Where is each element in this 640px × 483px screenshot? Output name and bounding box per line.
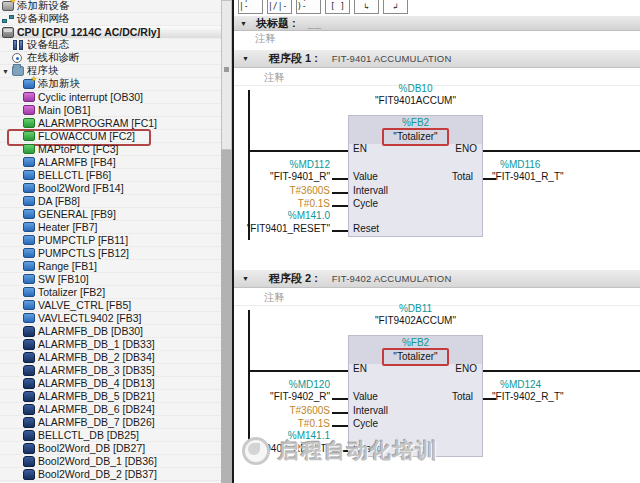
operand-address[interactable]: %MD124 xyxy=(500,379,541,391)
indent xyxy=(0,97,23,98)
tree-item[interactable]: BELLCTL [FB6] xyxy=(0,169,221,182)
close-branch-button[interactable]: ↲ xyxy=(383,0,408,14)
tree-item[interactable]: GENERAL [FB9] xyxy=(0,208,221,221)
tree-item[interactable]: BELLCTL_DB [DB25] xyxy=(0,429,221,442)
eno-pin-label: ENO xyxy=(348,363,477,375)
tree-item[interactable]: ALARMFB_DB_7 [DB26] xyxy=(0,416,221,429)
operand-address[interactable]: %MD116 xyxy=(500,159,540,171)
instance-db-address[interactable]: %DB11 xyxy=(348,303,483,315)
chevron-down-icon[interactable]: ▼ xyxy=(240,20,247,27)
scrollbar-thumb[interactable] xyxy=(221,0,232,150)
operand-constant[interactable]: T#0.1S xyxy=(234,198,330,210)
instance-db-name[interactable]: "FIT9402ACCUM" xyxy=(348,315,483,327)
chevron-down-icon[interactable]: ▼ xyxy=(2,65,12,78)
tree-item[interactable]: 设备和网络 xyxy=(0,13,221,26)
indent xyxy=(0,357,23,358)
tree-item-label: BELLCTL [FB6] xyxy=(38,169,111,181)
network-comment[interactable]: 注释 xyxy=(264,71,285,85)
operand-constant[interactable]: T#0.1S xyxy=(234,418,330,430)
indent xyxy=(0,292,23,293)
tree-item[interactable]: Bool2Word_DB [DB27] xyxy=(0,442,221,455)
indent xyxy=(0,435,23,436)
network-icon xyxy=(2,14,14,24)
tree-item[interactable]: Bool2Word_DB_1 [DB36] xyxy=(0,455,221,468)
pin-label: Reset xyxy=(353,223,379,235)
tree-item[interactable]: ALARMFB_DB_1 [DB33] xyxy=(0,338,221,351)
network-title[interactable]: FIT-9401 ACCUMULATION xyxy=(332,53,452,64)
tree-item-label: ALARMFB_DB_5 [DB21] xyxy=(38,390,155,402)
tree-item[interactable]: SW [FB10] xyxy=(0,273,221,286)
indent xyxy=(0,370,23,371)
operand-constant[interactable]: T#3600S xyxy=(234,405,330,417)
tree-item[interactable]: ALARMFB_DB_6 [DB24] xyxy=(0,403,221,416)
block-title-bar[interactable]: ▼ 块标题 : __ xyxy=(234,16,640,31)
add-block-icon xyxy=(23,79,35,89)
indent xyxy=(0,188,23,189)
no-contact-button[interactable]: -| |- xyxy=(238,0,263,14)
tree-item-label: PUMPCTLS [FB12] xyxy=(38,247,129,259)
operand-symbol[interactable]: "FIT-9402_R_T" xyxy=(492,391,564,403)
network-header[interactable]: ▼ 程序段 2 : FIT-9402 ACCUMULATION xyxy=(234,270,640,288)
tree-item[interactable]: FLOWACCUM [FC2] xyxy=(0,130,221,143)
instance-db-address[interactable]: %DB10 xyxy=(348,83,483,95)
open-branch-button[interactable]: ↳ xyxy=(354,0,379,14)
operand-address[interactable]: %MD112 xyxy=(234,159,330,171)
tree-item[interactable]: Main [OB1] xyxy=(0,104,221,117)
project-tree-scrollbar[interactable] xyxy=(221,0,232,483)
tree-item-label: Bool2Word [FB14] xyxy=(38,182,124,194)
tree-item[interactable]: ALARMFB_DB_3 [DB35] xyxy=(0,364,221,377)
tree-item[interactable]: ALARMFB_DB_4 [DB13] xyxy=(0,377,221,390)
db-icon xyxy=(23,456,35,467)
en-wire xyxy=(248,370,348,372)
tree-item-label: Totalizer [FB2] xyxy=(38,286,105,298)
config-icon xyxy=(12,40,24,50)
tree-item[interactable]: ALARMFB [FB4] xyxy=(0,156,221,169)
chevron-down-icon[interactable]: ▼ xyxy=(242,55,249,62)
tree-item[interactable]: DA [FB8] xyxy=(0,195,221,208)
tree-item[interactable]: Range [FB1] xyxy=(0,260,221,273)
operand-address[interactable]: %MD120 xyxy=(234,379,330,391)
tree-item[interactable]: ALARMFB_DB [DB30] xyxy=(0,325,221,338)
coil-button[interactable]: -( )- xyxy=(296,0,321,14)
operand-constant[interactable]: T#3600S xyxy=(234,185,330,197)
block-comment[interactable]: 注释 xyxy=(255,32,276,46)
tree-item[interactable]: Totalizer [FB2] xyxy=(0,286,221,299)
chevron-down-icon[interactable]: ▼ xyxy=(242,275,249,282)
tree-item[interactable]: 添加新块 xyxy=(0,78,221,91)
tree-item[interactable]: ALARMFB_DB_2 [DB34] xyxy=(0,351,221,364)
operand-symbol[interactable]: "FIT-9401_R_T" xyxy=(492,171,564,183)
block-title-placeholder[interactable]: __ xyxy=(308,17,322,29)
ob-icon xyxy=(23,105,35,115)
tree-item[interactable]: MAPtoPLC [FC3] xyxy=(0,143,221,156)
tree-item[interactable]: VAVLECTL9402 [FB3] xyxy=(0,312,221,325)
empty-box-button[interactable]: [ ] xyxy=(325,0,350,14)
wire xyxy=(332,412,348,414)
operand-symbol[interactable]: "FIT-9402_R" xyxy=(234,391,330,403)
network-title[interactable]: FIT-9402 ACCUMULATION xyxy=(332,273,452,284)
operand-address[interactable]: %M141.0 xyxy=(234,210,330,222)
tree-item-label: PUMPCTLP [FB11] xyxy=(38,234,128,246)
tree-item[interactable]: ALARMPROGRAM [FC1] xyxy=(0,117,221,130)
tree-item[interactable]: Heater [FB7] xyxy=(0,221,221,234)
tree-item-label: Cyclic interrupt [OB30] xyxy=(38,91,143,103)
tree-item[interactable]: Bool2Word [FB14] xyxy=(0,182,221,195)
tree-item[interactable]: PUMPCTLP [FB11] xyxy=(0,234,221,247)
tree-item[interactable]: PUMPCTLS [FB12] xyxy=(0,247,221,260)
tree-item[interactable]: Bool2Word_DB_2 [DB37] xyxy=(0,468,221,481)
network-header[interactable]: ▼ 程序段 1 : FIT-9401 ACCUMULATION xyxy=(234,50,640,68)
nc-contact-button[interactable]: -|/|- xyxy=(267,0,292,14)
tree-item[interactable]: VALVE_CTRL [FB5] xyxy=(0,299,221,312)
eno-pin-label: ENO xyxy=(348,143,477,155)
instance-db-name[interactable]: "FIT9401ACCUM" xyxy=(348,95,483,107)
tree-item[interactable]: Cyclic interrupt [OB30] xyxy=(0,91,221,104)
indent xyxy=(0,253,23,254)
tree-item[interactable]: ALARMFB_DB_5 [DB21] xyxy=(0,390,221,403)
operand-symbol[interactable]: "FIT9401_RESET" xyxy=(234,223,330,235)
operand-symbol[interactable]: "FIT-9401_R" xyxy=(234,171,330,183)
indent xyxy=(0,123,23,124)
network-comment[interactable]: 注释 xyxy=(264,291,285,305)
indent xyxy=(0,448,23,449)
fb-icon xyxy=(23,300,35,310)
db-icon xyxy=(23,391,35,402)
tree-item-label: ALARMFB_DB_1 [DB33] xyxy=(38,338,155,350)
